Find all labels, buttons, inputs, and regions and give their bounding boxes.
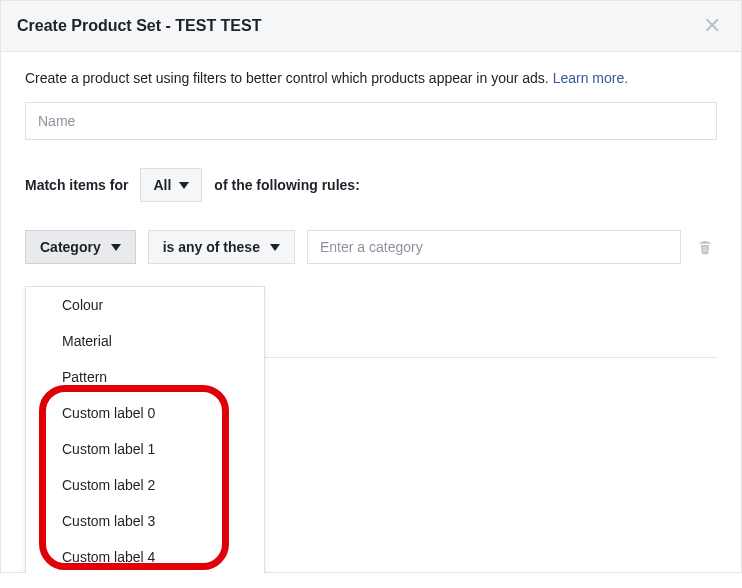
- rule-operator-select[interactable]: is any of these: [148, 230, 295, 264]
- rule-operator-label: is any of these: [163, 239, 260, 255]
- dropdown-item-material[interactable]: Material: [26, 323, 264, 359]
- dropdown-item-custom-label-1[interactable]: Custom label 1: [26, 431, 264, 467]
- dropdown-item-custom-label-3[interactable]: Custom label 3: [26, 503, 264, 539]
- match-scope-select[interactable]: All: [140, 168, 202, 202]
- description-body: Create a product set using filters to be…: [25, 70, 553, 86]
- dropdown-item-pattern[interactable]: Pattern: [26, 359, 264, 395]
- match-rules-row: Match items for All of the following rul…: [25, 168, 717, 202]
- rule-value-input[interactable]: [307, 230, 681, 264]
- close-button[interactable]: ✕: [699, 15, 725, 37]
- rule-row: Category is any of these: [25, 230, 717, 264]
- description-text: Create a product set using filters to be…: [25, 70, 717, 86]
- rule-field-dropdown: Colour Material Pattern Custom label 0 C…: [25, 286, 265, 573]
- dropdown-item-custom-label-0[interactable]: Custom label 0: [26, 395, 264, 431]
- product-set-name-input[interactable]: [25, 102, 717, 140]
- dropdown-item-custom-label-4[interactable]: Custom label 4: [26, 539, 264, 573]
- dropdown-item-custom-label-2[interactable]: Custom label 2: [26, 467, 264, 503]
- dropdown-item-colour[interactable]: Colour: [26, 287, 264, 323]
- caret-down-icon: [270, 244, 280, 251]
- trash-icon: [697, 239, 713, 255]
- caret-down-icon: [111, 244, 121, 251]
- match-scope-label: All: [153, 177, 171, 193]
- modal-title: Create Product Set - TEST TEST: [17, 17, 261, 35]
- rule-field-label: Category: [40, 239, 101, 255]
- create-product-set-modal: Create Product Set - TEST TEST ✕ Create …: [0, 0, 742, 573]
- rule-field-select[interactable]: Category: [25, 230, 136, 264]
- match-prefix: Match items for: [25, 177, 128, 193]
- delete-rule-button[interactable]: [693, 230, 717, 264]
- caret-down-icon: [179, 182, 189, 189]
- learn-more-link[interactable]: Learn more.: [553, 70, 628, 86]
- modal-body: Create a product set using filters to be…: [1, 52, 741, 572]
- close-icon: ✕: [703, 13, 721, 38]
- match-suffix: of the following rules:: [214, 177, 359, 193]
- modal-header: Create Product Set - TEST TEST ✕: [1, 1, 741, 52]
